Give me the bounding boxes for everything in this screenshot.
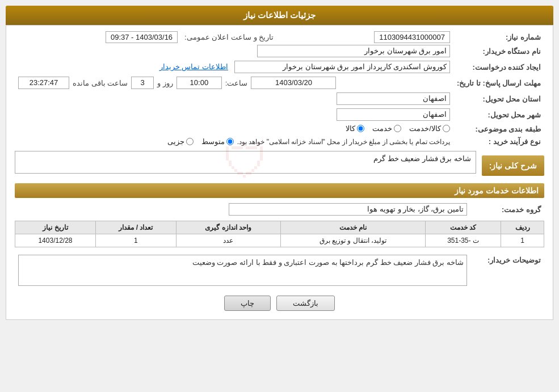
province-value: اصفهان xyxy=(337,92,450,105)
buyer-notes-label: توضیحات خریدار: xyxy=(470,253,544,288)
contact-info-link[interactable]: اطلاعات تماس خریدار xyxy=(159,62,228,71)
device-name-label: نام دستگاه خریدار: xyxy=(453,43,544,59)
back-button[interactable]: بازگشت xyxy=(276,296,335,311)
col-unit: واحد اندازه گیری xyxy=(176,221,280,234)
col-row: ردیف xyxy=(501,221,544,234)
classification-option-kala-khedmat[interactable]: کالا/خدمت xyxy=(409,124,450,133)
reply-deadline-label: مهلت ارسال پاسخ: تا تاریخ: xyxy=(453,75,544,91)
page-title: جزئیات اطلاعات نیاز xyxy=(6,6,553,25)
service-group-label: گروه خدمت: xyxy=(470,201,544,217)
table-row: 1ت -35-351تولید، انتقال و توزیع برقعدد11… xyxy=(15,234,544,247)
col-date: تاریخ نیاز xyxy=(15,221,96,234)
purchase-type-radio-group: متوسط جزیی xyxy=(167,137,234,146)
device-name-value: امور برق شهرستان برخوار xyxy=(257,45,450,57)
province-label: استان محل تحویل: xyxy=(453,91,544,107)
need-id-label: شماره نیاز: xyxy=(453,31,544,43)
services-table: ردیف کد خدمت نام خدمت واحد اندازه گیری ت… xyxy=(15,221,544,247)
time-label: ساعت: xyxy=(225,79,248,87)
need-description-value: شاخه برق فشار ضعیف خط گرم xyxy=(15,151,476,174)
remaining-time: 23:27:47 xyxy=(18,77,69,89)
col-quantity: تعداد / مقدار xyxy=(95,221,176,234)
classification-label: طبقه بندی موضوعی: xyxy=(453,123,544,136)
col-code: کد خدمت xyxy=(425,221,501,234)
bottom-buttons: بازگشت چاپ xyxy=(15,296,544,311)
cell-unit: عدد xyxy=(176,234,280,247)
creator-label: ایجاد کننده درخواست: xyxy=(453,59,544,75)
cell-name: تولید، انتقال و توزیع برق xyxy=(280,234,425,247)
classification-radio-group: کالا/خدمت خدمت کالا xyxy=(346,124,450,133)
classification-option-khedmat[interactable]: خدمت xyxy=(372,124,401,133)
cell-row: 1 xyxy=(501,234,544,247)
cell-code: ت -35-351 xyxy=(425,234,501,247)
col-name: نام خدمت xyxy=(280,221,425,234)
need-description-section-label: شرح کلی نیاز: xyxy=(482,155,544,176)
city-value: اصفهان xyxy=(337,108,450,121)
reply-deadline-days: 3 xyxy=(131,77,154,89)
purchase-type-jozzi[interactable]: جزیی xyxy=(167,137,194,146)
service-group-value: تامین برق، گاز، بخار و تهویه هوا xyxy=(229,203,467,216)
cell-quantity: 1 xyxy=(95,234,176,247)
need-id-value: 1103094431000007 xyxy=(374,31,450,43)
print-button[interactable]: چاپ xyxy=(224,296,271,311)
days-label: روز و xyxy=(157,79,173,87)
classification-option-kala[interactable]: کالا xyxy=(346,124,364,133)
reply-deadline-time: 10:00 xyxy=(176,77,222,89)
city-label: شهر محل تحویل: xyxy=(453,107,544,123)
remaining-label: ساعت باقی مانده xyxy=(73,79,128,87)
services-section-title: اطلاعات خدمات مورد نیاز xyxy=(15,183,544,198)
announce-datetime-label: تاریخ و ساعت اعلان عمومی: xyxy=(184,33,274,41)
creator-value: کوروش اسکندری کارپرداز امور برق شهرستان … xyxy=(234,61,450,73)
purchase-type-note: پرداخت تمام یا بخشی از مبلغ خریدار از مح… xyxy=(237,138,450,146)
cell-date: 1403/12/28 xyxy=(15,234,96,247)
announce-datetime-value: 1403/03/16 - 09:37 xyxy=(106,31,178,43)
purchase-type-mutawasit[interactable]: متوسط xyxy=(201,137,234,146)
reply-deadline-date: 1403/03/20 xyxy=(251,77,336,89)
buyer-notes-value: شاخه برق فشار ضعیف خط گرم برداختها به صو… xyxy=(18,255,467,286)
purchase-type-label: نوع فرآیند خرید : xyxy=(453,136,544,147)
